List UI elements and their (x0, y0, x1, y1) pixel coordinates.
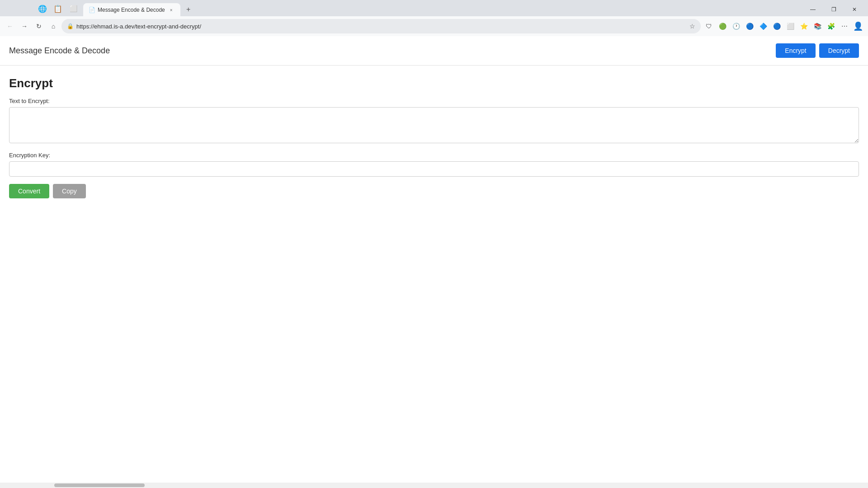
action-buttons: Convert Copy (9, 184, 859, 198)
tab-strip: 🌐 📋 ⬜ 📄 Message Encode & Decode × + (0, 2, 803, 17)
more-menu-button[interactable]: ⋯ (838, 20, 851, 33)
shield-icon[interactable]: 🛡 (703, 20, 715, 33)
bookmark-icon[interactable]: ☆ (689, 23, 695, 30)
text-to-encrypt-input[interactable] (9, 107, 859, 143)
nav-bar: ← → ↻ ⌂ 🔒 https://ehmad.is-a.dev/text-en… (0, 16, 868, 36)
minimize-button[interactable]: — (803, 3, 823, 16)
browser-chrome: 🌐 📋 ⬜ 📄 Message Encode & Decode × + — ❐ … (0, 0, 868, 36)
page-content: Message Encode & Decode Encrypt Decrypt … (0, 36, 868, 488)
tab-favicon: 📄 (89, 7, 95, 13)
favorites-icon[interactable]: ⭐ (797, 20, 810, 33)
history-icon[interactable]: 🕐 (730, 20, 742, 33)
header-buttons: Encrypt Decrypt (776, 43, 859, 58)
window-controls: — ❐ ✕ (803, 3, 868, 16)
extensions-icon[interactable]: 🧩 (825, 20, 837, 33)
address-bar[interactable]: 🔒 https://ehmad.is-a.dev/text-encrypt-an… (61, 19, 701, 33)
tab-title: Message Encode & Decode (98, 7, 165, 13)
collections-icon[interactable]: 📚 (811, 20, 824, 33)
toolbar-icons: 🛡 🟢 🕐 🔵 🔷 🔵 ⬜ ⭐ 📚 🧩 ⋯ 👤 (703, 20, 864, 33)
profile-avatar[interactable]: 👤 (852, 20, 864, 33)
forward-button[interactable]: → (18, 20, 31, 33)
decrypt-mode-button[interactable]: Decrypt (819, 43, 859, 58)
new-tab-button[interactable]: + (182, 3, 195, 16)
text-field-group: Text to Encrypt: (9, 98, 859, 145)
extension-icon-1[interactable]: 🟢 (716, 20, 729, 33)
back-button[interactable]: ← (4, 20, 16, 33)
browser-menu-icon[interactable]: 📋 (52, 2, 64, 15)
profile-icon[interactable]: 🌐 (36, 2, 49, 15)
scroll-thumb[interactable] (54, 483, 145, 487)
security-icon[interactable]: 🔵 (743, 20, 756, 33)
sidebar-icon[interactable]: ⬜ (784, 20, 797, 33)
browser-tab-icon[interactable]: ⬜ (67, 2, 80, 15)
address-text: https://ehmad.is-a.dev/text-encrypt-and-… (76, 23, 687, 30)
lock-icon: 🔒 (67, 23, 74, 29)
close-button[interactable]: ✕ (844, 3, 864, 16)
main-content: Encrypt Text to Encrypt: Encryption Key:… (0, 66, 868, 209)
scroll-area (0, 483, 868, 488)
extension-icon-2[interactable]: 🔵 (770, 20, 783, 33)
encrypt-mode-button[interactable]: Encrypt (776, 43, 815, 58)
title-bar: 🌐 📋 ⬜ 📄 Message Encode & Decode × + — ❐ … (0, 0, 868, 16)
home-button[interactable]: ⌂ (47, 20, 60, 33)
encryption-key-input[interactable] (9, 161, 859, 177)
copy-button[interactable]: Copy (53, 184, 86, 198)
active-tab[interactable]: 📄 Message Encode & Decode × (83, 3, 180, 17)
app-title: Message Encode & Decode (9, 46, 110, 56)
bitwarden-icon[interactable]: 🔷 (757, 20, 769, 33)
encrypt-heading: Encrypt (9, 76, 859, 90)
tab-close-button[interactable]: × (168, 6, 175, 14)
key-label: Encryption Key: (9, 152, 859, 159)
convert-button[interactable]: Convert (9, 184, 49, 198)
reload-button[interactable]: ↻ (33, 20, 45, 33)
restore-button[interactable]: ❐ (824, 3, 844, 16)
text-label: Text to Encrypt: (9, 98, 859, 104)
app-header: Message Encode & Decode Encrypt Decrypt (0, 36, 868, 66)
key-field-group: Encryption Key: (9, 152, 859, 177)
